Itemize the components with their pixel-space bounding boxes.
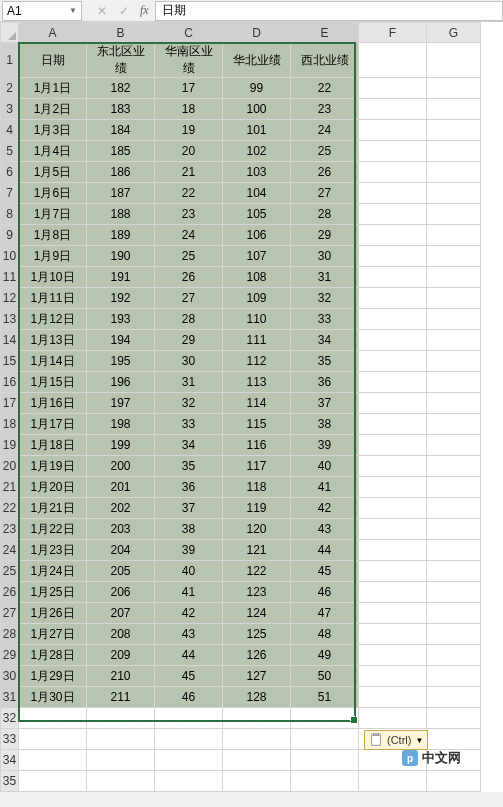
cell[interactable] <box>359 666 427 687</box>
cell[interactable]: 23 <box>155 204 223 225</box>
cell[interactable] <box>359 43 427 78</box>
cell[interactable] <box>427 435 481 456</box>
cell[interactable]: 29 <box>155 330 223 351</box>
cell[interactable]: 127 <box>223 666 291 687</box>
cell[interactable] <box>427 456 481 477</box>
cell[interactable] <box>427 162 481 183</box>
row-header[interactable]: 26 <box>1 582 19 603</box>
cell[interactable] <box>359 561 427 582</box>
cell[interactable]: 187 <box>87 183 155 204</box>
row-header[interactable]: 32 <box>1 708 19 729</box>
cell[interactable]: 30 <box>291 246 359 267</box>
cell[interactable] <box>359 624 427 645</box>
cell[interactable] <box>427 687 481 708</box>
cell[interactable] <box>359 141 427 162</box>
row-header[interactable]: 12 <box>1 288 19 309</box>
cell[interactable] <box>155 750 223 771</box>
cell[interactable] <box>427 267 481 288</box>
cell[interactable]: 32 <box>291 288 359 309</box>
cell[interactable]: 125 <box>223 624 291 645</box>
row-header[interactable]: 19 <box>1 435 19 456</box>
cell[interactable]: 116 <box>223 435 291 456</box>
cell[interactable]: 1月20日 <box>19 477 87 498</box>
cell[interactable]: 121 <box>223 540 291 561</box>
cell[interactable]: 205 <box>87 561 155 582</box>
cell[interactable] <box>223 771 291 792</box>
row-header[interactable]: 35 <box>1 771 19 792</box>
cell[interactable] <box>19 708 87 729</box>
cell[interactable]: 1月11日 <box>19 288 87 309</box>
cell[interactable] <box>291 708 359 729</box>
cell[interactable]: 104 <box>223 183 291 204</box>
row-header[interactable]: 14 <box>1 330 19 351</box>
cell[interactable] <box>427 288 481 309</box>
cell[interactable]: 28 <box>291 204 359 225</box>
cell[interactable]: 190 <box>87 246 155 267</box>
cell[interactable] <box>359 393 427 414</box>
cell[interactable]: 1月21日 <box>19 498 87 519</box>
cell[interactable]: 1月22日 <box>19 519 87 540</box>
cell[interactable]: 195 <box>87 351 155 372</box>
cell[interactable]: 189 <box>87 225 155 246</box>
cell[interactable]: 122 <box>223 561 291 582</box>
fx-icon[interactable]: fx <box>140 3 149 18</box>
cell[interactable] <box>359 435 427 456</box>
cell[interactable]: 50 <box>291 666 359 687</box>
cell[interactable] <box>427 351 481 372</box>
cell[interactable]: 21 <box>155 162 223 183</box>
cell[interactable]: 华北业绩 <box>223 43 291 78</box>
row-header[interactable]: 22 <box>1 498 19 519</box>
cell[interactable] <box>427 372 481 393</box>
cell[interactable] <box>19 750 87 771</box>
cell[interactable] <box>427 666 481 687</box>
row-header[interactable]: 33 <box>1 729 19 750</box>
row-header[interactable]: 27 <box>1 603 19 624</box>
cell[interactable]: 196 <box>87 372 155 393</box>
cell[interactable]: 193 <box>87 309 155 330</box>
cell[interactable]: 40 <box>155 561 223 582</box>
cell[interactable]: 44 <box>291 540 359 561</box>
cell[interactable]: 201 <box>87 477 155 498</box>
cell[interactable]: 45 <box>291 561 359 582</box>
cell[interactable]: 西北业绩 <box>291 43 359 78</box>
cell[interactable] <box>427 498 481 519</box>
column-header-D[interactable]: D <box>223 23 291 43</box>
cell[interactable]: 119 <box>223 498 291 519</box>
cell[interactable] <box>359 78 427 99</box>
cell[interactable]: 1月6日 <box>19 183 87 204</box>
cell[interactable] <box>427 603 481 624</box>
cell[interactable]: 43 <box>155 624 223 645</box>
cell[interactable]: 33 <box>291 309 359 330</box>
name-box-dropdown-icon[interactable]: ▼ <box>69 6 77 15</box>
cell[interactable]: 1月24日 <box>19 561 87 582</box>
row-header[interactable]: 11 <box>1 267 19 288</box>
cell[interactable]: 126 <box>223 645 291 666</box>
cell[interactable]: 100 <box>223 99 291 120</box>
cell[interactable] <box>359 645 427 666</box>
column-header-A[interactable]: A <box>19 23 87 43</box>
cell[interactable] <box>427 330 481 351</box>
cell[interactable]: 107 <box>223 246 291 267</box>
row-header[interactable]: 16 <box>1 372 19 393</box>
cell[interactable]: 17 <box>155 78 223 99</box>
cell[interactable] <box>359 708 427 729</box>
cell[interactable]: 41 <box>291 477 359 498</box>
cell[interactable]: 24 <box>291 120 359 141</box>
cell[interactable]: 39 <box>155 540 223 561</box>
row-header[interactable]: 3 <box>1 99 19 120</box>
cell[interactable] <box>359 477 427 498</box>
cell[interactable] <box>155 771 223 792</box>
cell[interactable]: 34 <box>291 330 359 351</box>
cell[interactable]: 47 <box>291 603 359 624</box>
cell[interactable]: 194 <box>87 330 155 351</box>
cell[interactable]: 日期 <box>19 43 87 78</box>
cell[interactable]: 186 <box>87 162 155 183</box>
row-header[interactable]: 9 <box>1 225 19 246</box>
cell[interactable]: 108 <box>223 267 291 288</box>
cell[interactable] <box>427 99 481 120</box>
cell[interactable] <box>359 582 427 603</box>
cell[interactable]: 191 <box>87 267 155 288</box>
cell[interactable]: 22 <box>291 78 359 99</box>
cell[interactable] <box>359 603 427 624</box>
cell[interactable]: 120 <box>223 519 291 540</box>
